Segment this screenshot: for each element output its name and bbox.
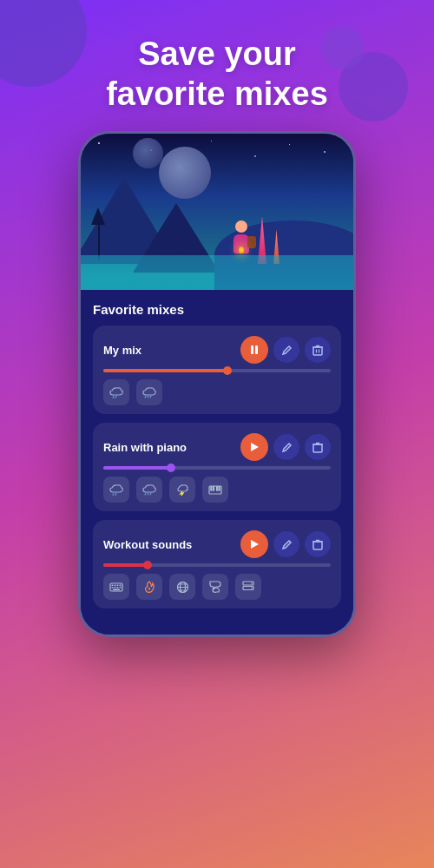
svg-rect-27 — [213, 486, 214, 491]
illustration-area — [81, 134, 353, 290]
sound-icon-globe-3[interactable] — [169, 574, 195, 600]
sound-icons-3 — [103, 574, 331, 600]
svg-line-8 — [115, 397, 116, 398]
delete-button-3[interactable] — [305, 531, 331, 557]
chat-icon — [209, 581, 222, 593]
mix-name-3: Workout sounds — [103, 538, 192, 551]
globe-icon — [176, 581, 189, 594]
svg-rect-28 — [216, 486, 218, 491]
edit-button-3[interactable] — [273, 531, 299, 557]
progress-dot-2 — [167, 464, 175, 472]
play-icon-2 — [249, 442, 260, 452]
piano-icon — [208, 484, 222, 495]
svg-line-17 — [115, 494, 116, 496]
edit-icon-3 — [281, 539, 293, 550]
svg-rect-1 — [255, 345, 258, 354]
sound-icon-server-3[interactable] — [235, 574, 261, 600]
edit-button-2[interactable] — [273, 434, 299, 460]
character — [229, 220, 253, 260]
svg-point-51 — [251, 582, 253, 584]
svg-rect-43 — [113, 589, 120, 590]
svg-rect-29 — [219, 486, 220, 491]
progress-dot-3 — [143, 561, 152, 569]
progress-bar-1[interactable] — [103, 369, 331, 372]
delete-button-1[interactable] — [305, 337, 331, 363]
progress-fill-2 — [103, 466, 172, 470]
rain-icon-2a — [109, 483, 123, 496]
edit-button-1[interactable] — [273, 337, 299, 363]
char-head — [235, 220, 247, 233]
section-title: Favorite mixes — [93, 302, 341, 317]
svg-line-19 — [148, 493, 148, 495]
svg-rect-37 — [117, 584, 119, 586]
sound-icon-heavy-rain-2[interactable] — [136, 477, 162, 503]
svg-rect-26 — [210, 486, 212, 491]
mix-name-2: Rain with piano — [103, 441, 187, 454]
edit-icon-2 — [281, 442, 293, 453]
mix-actions-2 — [240, 433, 331, 461]
svg-rect-42 — [120, 587, 122, 589]
sound-icon-heavy-rain-1[interactable] — [136, 379, 162, 405]
svg-line-20 — [150, 493, 151, 495]
sound-icon-chat-3[interactable] — [202, 574, 228, 600]
sound-icon-keyboard-3[interactable] — [103, 574, 129, 600]
bg-decoration-left — [0, 0, 87, 87]
progress-bar-3[interactable] — [103, 563, 331, 567]
char-body — [233, 234, 249, 253]
keyboard-icon — [109, 582, 123, 592]
svg-line-16 — [113, 494, 114, 496]
edit-icon — [281, 345, 293, 356]
svg-rect-2 — [313, 347, 322, 355]
svg-marker-12 — [251, 443, 259, 451]
mix-card-header-2: Rain with piano — [103, 433, 331, 461]
mix-actions-1 — [240, 336, 331, 364]
rain-light-icon — [109, 386, 123, 398]
thunder-icon — [176, 483, 188, 496]
progress-bar-2[interactable] — [103, 466, 331, 470]
trash-icon-3 — [312, 539, 323, 550]
sound-icon-piano-2[interactable] — [202, 477, 228, 503]
svg-line-11 — [150, 396, 151, 398]
orb-small — [133, 138, 163, 168]
char-backpack — [247, 236, 256, 248]
sound-icon-fire-3[interactable] — [136, 574, 162, 600]
trash-icon-2 — [312, 442, 323, 453]
svg-rect-40 — [115, 587, 116, 589]
progress-dot-1 — [223, 366, 232, 375]
rain-heavy-icon — [142, 386, 156, 398]
svg-rect-13 — [313, 444, 322, 452]
svg-rect-39 — [112, 587, 114, 589]
pause-icon — [249, 345, 260, 355]
svg-point-52 — [251, 588, 253, 589]
svg-rect-36 — [115, 584, 116, 586]
trash-icon — [312, 345, 323, 356]
app-content: Favorite mixes My mix — [81, 290, 353, 635]
sound-icon-light-rain-2[interactable] — [103, 477, 129, 503]
server-icon — [242, 581, 254, 593]
mix-card-my-mix: My mix — [93, 326, 341, 414]
svg-line-10 — [148, 396, 148, 398]
svg-rect-0 — [251, 345, 253, 354]
header-section: Save your favorite mixes — [89, 35, 345, 114]
play-button-2[interactable] — [240, 433, 268, 461]
tree-trunk — [98, 216, 100, 260]
svg-line-9 — [145, 396, 146, 398]
mix-name-1: My mix — [103, 344, 141, 357]
svg-marker-30 — [251, 540, 259, 549]
sound-icon-light-rain-1[interactable] — [103, 379, 129, 405]
svg-rect-35 — [112, 584, 114, 586]
delete-button-2[interactable] — [305, 434, 331, 460]
svg-line-18 — [145, 493, 146, 495]
sound-icon-thunder-2[interactable] — [169, 477, 195, 503]
mix-card-header-1: My mix — [103, 336, 331, 364]
progress-fill-1 — [103, 369, 228, 372]
play-button-3[interactable] — [240, 530, 268, 558]
phone-mockup: Favorite mixes My mix — [78, 131, 356, 637]
svg-rect-31 — [313, 542, 322, 549]
mix-card-rain-piano: Rain with piano — [93, 423, 341, 511]
mix-card-workout: Workout sounds — [93, 520, 341, 608]
svg-line-7 — [113, 397, 114, 398]
fire-icon — [144, 581, 155, 594]
pause-button-1[interactable] — [240, 336, 268, 364]
sound-icons-1 — [103, 379, 331, 405]
